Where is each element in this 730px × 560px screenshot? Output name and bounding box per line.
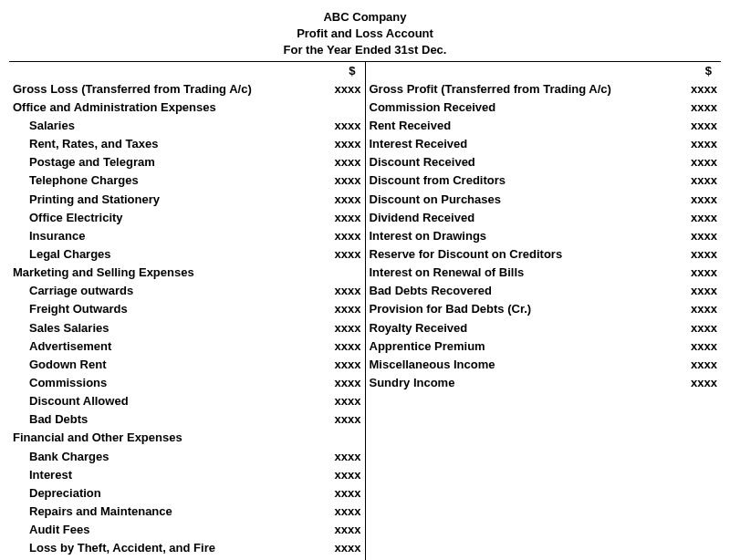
debit-label: Carriage outwards: [9, 282, 306, 300]
debit-label: Printing and Stationery: [9, 191, 306, 209]
credit-amt: xxxx: [662, 300, 721, 318]
row: Marketing and Selling Expenses Interest …: [9, 264, 721, 282]
debit-amt: xxxx: [306, 300, 365, 318]
debit-amt: xxxx: [306, 521, 365, 539]
credit-label: Rent Received: [365, 117, 662, 135]
debit-amt: xxxx: [306, 80, 365, 99]
credit-amt: xxxx: [662, 135, 721, 153]
credit-label: Reserve for Discount on Creditors: [365, 245, 662, 264]
debit-amt: xxxx: [306, 282, 365, 300]
row: Commissions xxxx Sundry Income xxxx: [9, 374, 721, 392]
credit-amt: xxxx: [662, 171, 721, 190]
credit-amt: xxxx: [662, 264, 721, 282]
debit-label: Interest: [9, 466, 306, 484]
profit-loss-table: $ $ Gross Loss (Transferred from Trading…: [9, 62, 721, 560]
credit-label: Royalty Received: [365, 319, 662, 337]
debit-label: Loss by Theft, Accident, and Fire: [9, 539, 306, 557]
credit-amt: xxxx: [662, 99, 721, 117]
debit-amt: xxxx: [306, 410, 365, 429]
debit-label: Insurance: [9, 227, 306, 245]
credit-amt: xxxx: [662, 209, 721, 227]
credit-label: Provision for Bad Debts (Cr.): [365, 300, 662, 318]
credit-amt: xxxx: [662, 374, 721, 392]
row: Office Electricity xxxx Dividend Receive…: [9, 209, 721, 227]
credit-label: Interest on Renewal of Bills: [365, 264, 662, 282]
debit-amt: xxxx: [306, 245, 365, 264]
row: Postage and Telegram xxxx Discount Recei…: [9, 153, 721, 171]
row: Telephone Charges xxxx Discount from Cre…: [9, 171, 721, 190]
debit-label: Godown Rent: [9, 356, 306, 374]
row: Repairs and Maintenance xxxx: [9, 503, 721, 521]
credit-amt: xxxx: [662, 245, 721, 264]
credit-label: Sundry Income: [365, 374, 662, 392]
credit-amt: xxxx: [662, 80, 721, 99]
row: Printing and Stationery xxxx Discount on…: [9, 191, 721, 209]
row: Carriage outwards xxxx Bad Debts Recover…: [9, 282, 721, 300]
credit-amt: xxxx: [662, 227, 721, 245]
currency-left: $: [306, 62, 365, 80]
credit-label: Dividend Received: [365, 209, 662, 227]
row: Insurance xxxx Interest on Drawings xxxx: [9, 227, 721, 245]
credit-amt: xxxx: [662, 319, 721, 337]
debit-amt: xxxx: [306, 392, 365, 410]
statement-header: ABC Company Profit and Loss Account For …: [9, 9, 721, 59]
credit-label: Discount on Purchases: [365, 191, 662, 209]
debit-label: Legal Charges: [9, 245, 306, 264]
credit-amt: xxxx: [662, 282, 721, 300]
debit-amt: xxxx: [306, 466, 365, 484]
currency-right: $: [662, 62, 721, 80]
debit-heading: Office and Administration Expenses: [9, 99, 306, 117]
statement-period: For the Year Ended 31st Dec.: [9, 42, 721, 58]
row: Bank Charges xxxx: [9, 448, 721, 466]
statement-title: Profit and Loss Account: [9, 26, 721, 42]
debit-label: Discount Allowed: [9, 392, 306, 410]
debit-label: Telephone Charges: [9, 171, 306, 190]
row: Depreciation xxxx: [9, 484, 721, 503]
debit-label: Office Electricity: [9, 209, 306, 227]
row: Sales Salaries xxxx Royalty Received xxx…: [9, 319, 721, 337]
debit-heading: Marketing and Selling Expenses: [9, 264, 306, 282]
debit-label: Gross Loss (Transferred from Trading A/c…: [9, 80, 306, 99]
row: Financial and Other Expenses: [9, 429, 721, 447]
row: Freight Outwards xxxx Provision for Bad …: [9, 300, 721, 318]
credit-amt: xxxx: [662, 153, 721, 171]
row: Bad Debts xxxx: [9, 410, 721, 429]
credit-amt: xxxx: [662, 117, 721, 135]
debit-amt: xxxx: [306, 319, 365, 337]
credit-amt: xxxx: [662, 337, 721, 356]
debit-label: Sales Salaries: [9, 319, 306, 337]
row: Salaries xxxx Rent Received xxxx: [9, 117, 721, 135]
debit-amt: xxxx: [306, 448, 365, 466]
row: Advertisement xxxx Apprentice Premium xx…: [9, 337, 721, 356]
debit-amt: xxxx: [306, 484, 365, 503]
company-name: ABC Company: [9, 9, 721, 26]
credit-label: Miscellaneous Income: [365, 356, 662, 374]
credit-label: Discount from Creditors: [365, 171, 662, 190]
row: Audit Fees xxxx: [9, 521, 721, 539]
debit-label: Advertisement: [9, 337, 306, 356]
credit-label: Gross Profit (Transferred from Trading A…: [365, 80, 662, 99]
debit-label: Rent, Rates, and Taxes: [9, 135, 306, 153]
debit-amt: xxxx: [306, 374, 365, 392]
debit-amt: xxxx: [306, 135, 365, 153]
debit-label: Bank Charges: [9, 448, 306, 466]
debit-amt: xxxx: [306, 171, 365, 190]
currency-row: $ $: [9, 62, 721, 80]
row: Interest xxxx: [9, 466, 721, 484]
debit-amt: xxxx: [306, 356, 365, 374]
row: Loss by Theft, Accident, and Fire xxxx: [9, 539, 721, 557]
debit-amt: xxxx: [306, 117, 365, 135]
debit-amt: xxxx: [306, 539, 365, 557]
debit-label: Audit Fees: [9, 521, 306, 539]
row: Discount Allowed xxxx: [9, 392, 721, 410]
debit-label: Depreciation: [9, 484, 306, 503]
debit-amt: xxxx: [306, 227, 365, 245]
credit-label: Interest on Drawings: [365, 227, 662, 245]
debit-label: Repairs and Maintenance: [9, 503, 306, 521]
credit-label: Interest Received: [365, 135, 662, 153]
credit-label: Discount Received: [365, 153, 662, 171]
row: Gross Loss (Transferred from Trading A/c…: [9, 80, 721, 99]
row: Legal Charges xxxx Reserve for Discount …: [9, 245, 721, 264]
debit-amt: xxxx: [306, 191, 365, 209]
credit-label: Commission Received: [365, 99, 662, 117]
